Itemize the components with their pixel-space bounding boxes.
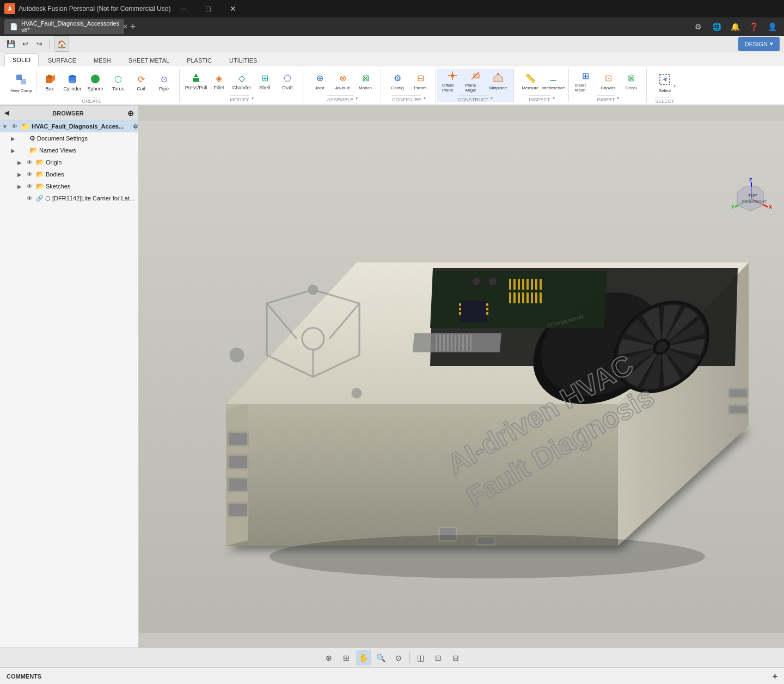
display-mode-2[interactable]: ⊡ xyxy=(431,650,446,665)
bell-icon[interactable]: 🔔 xyxy=(727,19,743,34)
browser-item-4[interactable]: ▶ 👁 📂 Bodies xyxy=(0,168,138,180)
tree-expand-2[interactable]: ▶ xyxy=(11,148,19,154)
tab-close-icon[interactable]: ✕ xyxy=(122,23,128,30)
construct-btn1[interactable]: Offset Plane xyxy=(442,69,463,94)
construct-tools: Offset Plane Plane Angle xyxy=(442,69,509,94)
tab-sheet-metal[interactable]: SHEET METAL xyxy=(120,53,177,66)
visibility-6[interactable]: 👁 xyxy=(27,195,34,201)
inspect-dropdown-arrow[interactable]: ▾ xyxy=(553,96,555,101)
zoom-button[interactable]: 🔍 xyxy=(373,650,389,665)
display-mode-1[interactable]: ◫ xyxy=(413,650,428,665)
assemble-btn2[interactable]: ⊗ As-built xyxy=(332,69,353,94)
inspect-btn1[interactable]: 📏 Measure xyxy=(519,69,541,94)
configure-dropdown-arrow[interactable]: ▾ xyxy=(424,96,426,101)
tree-expand-1[interactable]: ▶ xyxy=(11,136,19,142)
settings-icon[interactable]: ⚙ xyxy=(690,19,706,34)
construct-btn2[interactable]: Plane Angle xyxy=(464,69,486,94)
browser-collapse-icon[interactable]: ◀ xyxy=(4,109,9,117)
visibility-5[interactable]: 👁 xyxy=(27,183,34,190)
minimize-button[interactable]: ─ xyxy=(170,0,195,17)
torus-button[interactable]: ⬡ Torus xyxy=(107,70,129,95)
select-dropdown-arrow[interactable]: ▾ xyxy=(673,84,676,89)
construct-dropdown-arrow[interactable]: ▾ xyxy=(491,96,493,101)
assemble-icon2: ⊗ xyxy=(336,72,348,84)
active-tab[interactable]: 📄 HVAC_Fault_Diagnosis_Accessories v8* ✕ xyxy=(4,19,124,34)
svg-point-81 xyxy=(352,389,361,398)
browser-item-3[interactable]: ▶ 👁 📂 Origin xyxy=(0,156,138,168)
insert-btn3[interactable]: ⊠ Decal xyxy=(620,69,642,94)
redo-button[interactable]: ↪ xyxy=(33,38,46,51)
coil-button[interactable]: ⟳ Coil xyxy=(130,70,152,95)
browser-item-1[interactable]: ▶ 👁 ⚙ Document Settings xyxy=(0,132,138,144)
home-button[interactable]: 🏠 xyxy=(54,36,69,52)
tab-solid[interactable]: SOLID xyxy=(4,53,39,66)
configure-btn1[interactable]: ⚙ Config xyxy=(387,69,408,94)
new-component-button[interactable]: + New Comp xyxy=(9,69,34,96)
browser-label-1: Document Settings xyxy=(37,135,88,142)
maximize-button[interactable]: □ xyxy=(195,0,220,17)
view-gizmo[interactable]: X Y Z TOP FRONT RIGHT xyxy=(730,177,773,221)
help-icon[interactable]: ❓ xyxy=(746,19,761,34)
svg-rect-99 xyxy=(730,406,747,413)
insert-dropdown-arrow[interactable]: ▾ xyxy=(617,96,619,101)
tab-plastic[interactable]: PLASTIC xyxy=(179,53,220,66)
close-button[interactable]: ✕ xyxy=(220,0,246,17)
tree-expand-4[interactable]: ▶ xyxy=(17,172,25,178)
select-btn1[interactable]: Select ▾ xyxy=(652,69,677,96)
browser-expand-icon[interactable]: ⊕ xyxy=(127,109,134,118)
assemble-dropdown-arrow[interactable]: ▾ xyxy=(356,96,358,101)
insert-btn1[interactable]: ⊞ Insert Mesh xyxy=(574,69,596,94)
visibility-0[interactable]: 👁 xyxy=(11,123,19,130)
svg-rect-36 xyxy=(513,279,516,290)
save-button[interactable]: 💾 xyxy=(4,38,17,51)
browser-panel: ◀ BROWSER ⊕ ▼ 👁 📁 HVAC_Fault_Diagnosis_A… xyxy=(0,106,139,648)
tree-expand-3[interactable]: ▶ xyxy=(17,160,25,166)
configure-btn2[interactable]: ⊟ Param xyxy=(409,69,431,94)
inspect-btn2[interactable]: ⚊ Interference xyxy=(542,69,564,94)
tab-mesh[interactable]: MESH xyxy=(85,53,119,66)
display-mode-3[interactable]: ⊟ xyxy=(448,650,463,665)
sphere-button[interactable]: Sphere xyxy=(84,70,106,95)
visibility-4[interactable]: 👁 xyxy=(27,171,34,178)
construct-btn3[interactable]: Midplane xyxy=(487,69,509,94)
browser-item-0[interactable]: ▼ 👁 📁 HVAC_Fault_Diagnosis_Acces... ⚙ xyxy=(0,120,138,132)
comments-add-icon[interactable]: + xyxy=(773,671,777,681)
browser-item-6[interactable]: ▶ 👁 🔗 ⬡ [DFR1142]Lite Carrier for Lat... xyxy=(0,192,138,204)
new-tab-button[interactable]: + xyxy=(126,20,139,33)
assemble-btn3[interactable]: ⊠ Motion xyxy=(354,69,376,94)
tab-surface[interactable]: SURFACE xyxy=(40,53,84,66)
globe-icon[interactable]: 🌐 xyxy=(709,19,724,34)
svg-text:Z: Z xyxy=(749,177,752,182)
tab-utilities[interactable]: UTILITIES xyxy=(221,53,265,66)
grid-button[interactable]: ⊞ xyxy=(339,650,354,665)
tree-expand-0[interactable]: ▼ xyxy=(2,124,10,130)
viewport[interactable]: ©Companion AI AI-driven HVAC Fau xyxy=(139,106,784,648)
user-icon[interactable]: 👤 xyxy=(764,19,780,34)
svg-rect-62 xyxy=(413,333,501,352)
assemble-btn1[interactable]: ⊕ Joint xyxy=(309,69,330,94)
browser-item-2[interactable]: ▶ 👁 📂 Named Views xyxy=(0,144,138,156)
fillet-button[interactable]: ◈ Fillet xyxy=(208,69,230,94)
svg-rect-55 xyxy=(460,301,487,322)
draft-button[interactable]: ⬠ Draft xyxy=(277,69,298,94)
undo-button[interactable]: ↩ xyxy=(19,38,32,51)
tree-expand-5[interactable]: ▶ xyxy=(17,184,25,190)
browser-settings-icon-0[interactable]: ⚙ xyxy=(133,123,138,130)
zoom-extent-button[interactable]: ⊙ xyxy=(391,650,406,665)
browser-item-5[interactable]: ▶ 👁 📂 Sketches xyxy=(0,180,138,192)
pan-button[interactable]: ✋ xyxy=(356,650,371,665)
chamfer-button[interactable]: ◇ Chamfer xyxy=(231,69,253,94)
visibility-3[interactable]: 👁 xyxy=(27,159,34,166)
shell-button[interactable]: ⊞ Shell xyxy=(254,69,275,94)
cylinder-button[interactable]: Cylinder xyxy=(62,70,83,95)
insert-btn2[interactable]: ⊡ Canvas xyxy=(597,69,619,94)
fit-view-button[interactable]: ⊕ xyxy=(321,650,336,665)
pipe-button[interactable]: ⊙ Pipe xyxy=(153,70,175,95)
svg-rect-91 xyxy=(229,504,247,516)
modify-dropdown-arrow[interactable]: ▾ xyxy=(252,96,254,101)
press-pull-button[interactable]: Press/Pull xyxy=(185,69,207,94)
box-button[interactable]: Box xyxy=(39,70,60,95)
design-mode-button[interactable]: DESIGN ▾ xyxy=(738,37,780,51)
draft-label: Draft xyxy=(282,85,293,90)
svg-rect-37 xyxy=(518,279,520,290)
